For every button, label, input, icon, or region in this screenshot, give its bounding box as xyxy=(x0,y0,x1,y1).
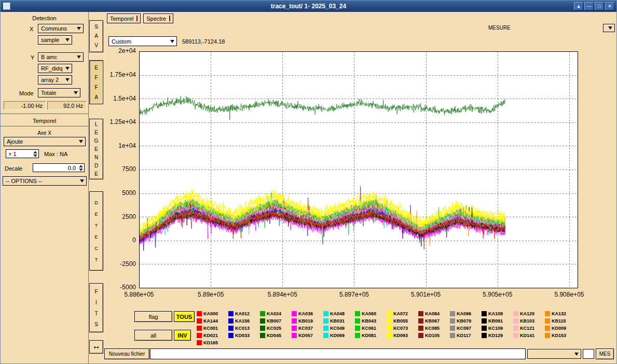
legend-item-KB007[interactable]: KB007 xyxy=(260,318,292,324)
legend-item-KD069[interactable]: KD069 xyxy=(323,333,355,338)
legend-item-KA144[interactable]: KA144 xyxy=(197,318,228,324)
spin-down-icon[interactable] xyxy=(79,169,83,171)
legend-color-swatch xyxy=(197,318,202,324)
legend-item-KD117[interactable]: KD117 xyxy=(450,333,482,338)
legende-button[interactable]: LEGENDE xyxy=(89,119,103,179)
legend-item-KC001[interactable]: KC001 xyxy=(197,326,228,331)
mesure-combo[interactable] xyxy=(603,24,615,32)
legend-item-KB079[interactable]: KB079 xyxy=(450,318,482,324)
spin-up-icon[interactable] xyxy=(33,151,37,153)
legend-item-KC109[interactable]: KC109 xyxy=(482,326,513,331)
legend-item-KA132[interactable]: KA132 xyxy=(545,311,577,316)
detect-button[interactable]: DETECT xyxy=(89,191,103,271)
legend-item-KB031[interactable]: KB031 xyxy=(323,318,355,324)
combo-options[interactable]: -- OPTIONS -- xyxy=(3,176,87,186)
legend-item-KD165[interactable]: KD165 xyxy=(197,340,228,345)
legend-color-swatch xyxy=(292,318,297,324)
legend-item-KA156[interactable]: KA156 xyxy=(228,318,260,324)
legend-item-KD021[interactable]: KD021 xyxy=(197,333,228,338)
freq-max-field[interactable]: 92.0 Hz xyxy=(47,101,87,110)
legend-item-KA108[interactable]: KA108 xyxy=(482,311,513,316)
legend-item-KA120[interactable]: KA120 xyxy=(513,311,545,316)
legend-item-KD141[interactable]: KD141 xyxy=(513,333,545,338)
inv-button[interactable]: INV xyxy=(174,330,191,341)
legend-item-KB055[interactable]: KB055 xyxy=(387,318,418,324)
plot-canvas[interactable] xyxy=(103,46,585,305)
legend-item-KC013[interactable]: KC013 xyxy=(228,326,260,331)
tab-spectre[interactable]: Spectre xyxy=(143,13,173,23)
legend-item-KA048[interactable]: KA048 xyxy=(323,311,355,316)
legend-channel-label: KA144 xyxy=(203,318,218,324)
scale-combo[interactable]: Custom xyxy=(108,36,177,46)
maximize-button[interactable]: □ xyxy=(595,2,604,10)
legend-item-KD009[interactable]: KD009 xyxy=(545,326,577,331)
legend-item-KA036[interactable]: KA036 xyxy=(292,311,323,316)
combo-communs[interactable]: Communs xyxy=(38,24,84,33)
legend-item-KB091[interactable]: KB091 xyxy=(482,318,513,324)
legend-color-swatch xyxy=(387,326,392,331)
decale-stepper[interactable]: 0.0 xyxy=(33,163,85,172)
legend-item-KC025[interactable]: KC025 xyxy=(260,326,292,331)
shade-button[interactable]: ▲ xyxy=(574,2,583,10)
spin-down-icon[interactable] xyxy=(33,155,37,157)
sav-button[interactable]: SAV xyxy=(89,20,103,52)
legend-item-KC085[interactable]: KC085 xyxy=(418,326,450,331)
dropdown-arrow-icon xyxy=(77,27,81,30)
legend-item-KA060[interactable]: KA060 xyxy=(355,311,387,316)
spin-up-icon[interactable] xyxy=(79,165,83,167)
close-button[interactable]: ✕ xyxy=(605,2,614,10)
legend-item-KD105[interactable]: KD105 xyxy=(418,333,450,338)
combo-sample[interactable]: sample xyxy=(38,35,72,45)
collapse-panel-button[interactable]: ▸◂ xyxy=(89,340,103,354)
legend-item-KA084[interactable]: KA084 xyxy=(418,311,450,316)
legend-item-KA096[interactable]: KA096 xyxy=(450,311,482,316)
legend-item-KD081[interactable]: KD081 xyxy=(355,333,387,338)
legend-item-KB115[interactable]: KB115 xyxy=(545,318,577,324)
legend-channel-label: KB055 xyxy=(393,318,408,324)
tab-temporel[interactable]: Temporel xyxy=(107,13,141,23)
legend-color-swatch xyxy=(197,333,202,338)
combo-mode[interactable]: Totale xyxy=(38,88,80,97)
legend-item-KC121[interactable]: KC121 xyxy=(513,326,545,331)
filename-input[interactable] xyxy=(150,348,526,359)
legend-item-KC049[interactable]: KC049 xyxy=(323,326,355,331)
legend-item-KA024[interactable]: KA024 xyxy=(260,311,292,316)
tous-button[interactable]: TOUS xyxy=(174,311,195,322)
legend-item-KB103[interactable]: KB103 xyxy=(513,318,545,324)
minimize-button[interactable]: — xyxy=(584,2,594,10)
combo-axe-x[interactable]: Ajoute xyxy=(4,137,86,146)
legend-item-KD153[interactable]: KD153 xyxy=(545,333,577,338)
legend-item-KC073[interactable]: KC073 xyxy=(387,326,418,331)
legend-item-KD093[interactable]: KD093 xyxy=(387,333,418,338)
legend-item-KC097[interactable]: KC097 xyxy=(450,326,482,331)
all-button[interactable]: all xyxy=(134,330,172,341)
bottom-combo[interactable] xyxy=(527,349,581,359)
legend-item-KC037[interactable]: KC037 xyxy=(292,326,323,331)
legend-item-KD057[interactable]: KD057 xyxy=(292,333,323,338)
legend-item-KB067[interactable]: KB067 xyxy=(418,318,450,324)
app-icon[interactable] xyxy=(3,3,10,10)
legend-channel-label: KA000 xyxy=(203,311,218,316)
legend-channel-label: KA048 xyxy=(330,311,345,316)
legend-item-KD045[interactable]: KD045 xyxy=(260,333,292,338)
legend-item-KB019[interactable]: KB019 xyxy=(292,318,323,324)
decale-label: Decale xyxy=(5,165,22,172)
combo-array[interactable]: array 2 xyxy=(38,75,72,85)
legend-item-KD129[interactable]: KD129 xyxy=(482,333,513,338)
legend-item-KA072[interactable]: KA072 xyxy=(387,311,418,316)
legend-item-KC061[interactable]: KC061 xyxy=(355,326,387,331)
freq-min-field[interactable]: -1.00 Hz xyxy=(4,101,46,110)
combo-rfdidq[interactable]: RF_didq xyxy=(38,64,72,73)
new-file-tab[interactable]: Nouveau fichier xyxy=(104,348,149,359)
legend-item-KD033[interactable]: KD033 xyxy=(228,333,260,338)
flag-button[interactable]: flag xyxy=(134,311,172,322)
effa-button[interactable]: EFFA xyxy=(89,60,103,104)
legend-item-KA000[interactable]: KA000 xyxy=(197,311,228,316)
mes-button[interactable]: MES xyxy=(596,348,614,359)
fits-button[interactable]: FITS xyxy=(89,283,103,332)
multiplier-stepper[interactable]: × 1 xyxy=(6,149,39,158)
legend-item-KB043[interactable]: KB043 xyxy=(355,318,387,324)
main-panel: Temporel Spectre MESURE Custom 589113,-7… xyxy=(103,12,617,364)
combo-bamc[interactable]: B amc xyxy=(38,52,84,62)
legend-item-KA012[interactable]: KA012 xyxy=(228,311,260,316)
